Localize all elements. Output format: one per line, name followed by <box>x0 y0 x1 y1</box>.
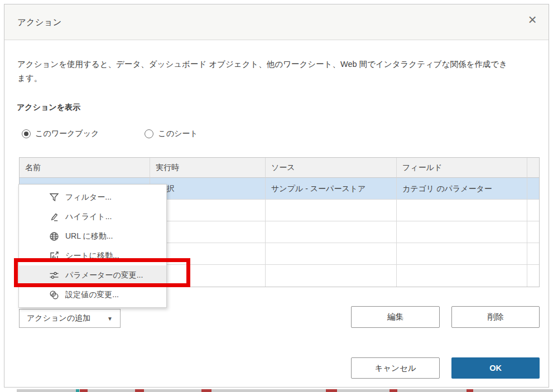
show-actions-label: アクションを表示 <box>17 103 80 113</box>
dialog-titlebar: アクション × <box>4 4 549 40</box>
description-line: ます。 <box>17 71 536 85</box>
radio-label: このシート <box>158 129 198 139</box>
radio-selected-icon <box>22 129 31 138</box>
menu-item-highlight[interactable]: ハイライト... <box>19 207 166 226</box>
background-content-fragment <box>389 389 397 392</box>
background-content-fragment <box>80 389 88 392</box>
set-icon <box>49 290 59 300</box>
cell-spacer <box>527 178 539 200</box>
col-header-source: ソース <box>266 158 397 178</box>
radio-this-sheet[interactable]: このシート <box>145 129 198 139</box>
cell-source: サンプル - スーパーストア <box>266 178 397 200</box>
go-to-sheet-icon <box>49 251 59 261</box>
menu-item-label: ハイライト... <box>65 212 112 222</box>
add-action-button[interactable]: アクションの追加 ▼ <box>19 309 121 328</box>
menu-item-filter[interactable]: フィルター... <box>19 187 166 207</box>
dialog-description: アクションを使用すると、データ、ダッシュボード オブジェクト、他のワークシート、… <box>17 57 536 85</box>
radio-label: このワークブック <box>35 129 99 139</box>
background-content-fragment <box>201 389 211 392</box>
menu-item-label: フィルター... <box>65 192 112 202</box>
close-icon[interactable]: × <box>524 11 541 28</box>
radio-unselected-icon <box>145 129 153 138</box>
globe-icon <box>49 231 59 241</box>
description-line: アクションを使用すると、データ、ダッシュボード オブジェクト、他のワークシート、… <box>17 57 536 71</box>
background-content-fragment <box>76 389 79 392</box>
action-type-menu: フィルター... ハイライト... <box>18 184 167 308</box>
col-header-run-on: 実行時 <box>150 158 266 178</box>
background-content-fragment <box>326 389 337 392</box>
dialog-title: アクション <box>17 4 61 40</box>
chevron-down-icon: ▼ <box>107 316 113 322</box>
col-header-spacer <box>527 158 539 178</box>
table-header-row: 名前 実行時 ソース フィールド <box>20 158 539 178</box>
filter-icon <box>49 192 59 202</box>
highlight-icon <box>49 212 59 222</box>
ok-button[interactable]: OK <box>451 357 540 379</box>
cell-run-on: 選択 <box>150 178 266 200</box>
menu-item-go-to-url[interactable]: URL に移動... <box>19 226 166 246</box>
menu-item-label: シートに移動... <box>65 251 119 261</box>
menu-item-change-set-values[interactable]: 設定値の変更... <box>19 285 166 304</box>
menu-item-label: 設定値の変更... <box>65 290 119 300</box>
cancel-button[interactable]: キャンセル <box>351 357 440 379</box>
background-content-fragment <box>467 389 473 392</box>
menu-item-label: パラメーターの変更... <box>65 270 143 280</box>
delete-button[interactable]: 削除 <box>451 306 540 328</box>
col-header-name: 名前 <box>20 158 150 178</box>
menu-item-change-parameter[interactable]: パラメーターの変更... <box>19 265 166 285</box>
background-content-fragment <box>135 389 144 392</box>
sliders-icon <box>49 270 59 280</box>
menu-item-label: URL に移動... <box>65 231 113 241</box>
add-action-label: アクションの追加 <box>27 313 90 323</box>
actions-dialog: アクション × アクションを使用すると、データ、ダッシュボード オブジェクト、他… <box>4 4 549 388</box>
cell-field: カテゴリ のパラメーター <box>397 178 527 200</box>
scope-radio-group: このワークブック このシート <box>22 129 198 139</box>
screen: アクション × アクションを使用すると、データ、ダッシュボード オブジェクト、他… <box>0 0 553 392</box>
radio-this-workbook[interactable]: このワークブック <box>22 129 99 139</box>
menu-item-go-to-sheet[interactable]: シートに移動... <box>19 246 166 265</box>
col-header-field: フィールド <box>397 158 527 178</box>
edit-button[interactable]: 編集 <box>351 306 440 328</box>
